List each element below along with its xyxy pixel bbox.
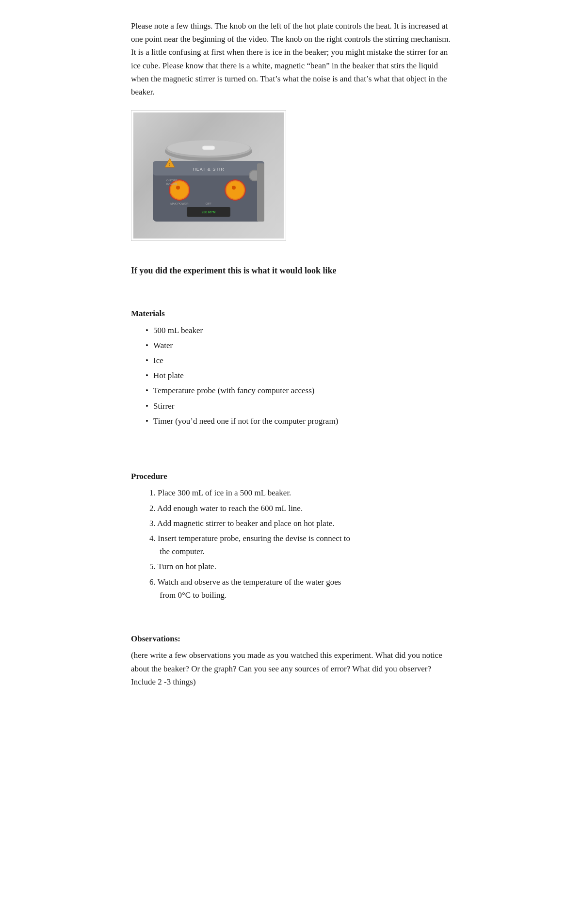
hot-plate-image-container: ! HEAT & STIR ON/OFF POWER MAX POWER OFF	[131, 110, 286, 241]
list-item: Timer (you’d need one if not for the com…	[146, 414, 451, 428]
hot-plate-svg: ! HEAT & STIR ON/OFF POWER MAX POWER OFF	[138, 115, 279, 236]
list-item: 1. Place 300 mL of ice in a 500 mL beake…	[146, 486, 451, 499]
list-item: Ice	[146, 354, 451, 367]
materials-heading: Materials	[131, 307, 451, 320]
svg-point-16	[232, 186, 236, 190]
svg-text:!: !	[169, 162, 171, 167]
svg-point-12	[176, 186, 180, 190]
observations-heading: Observations:	[131, 633, 451, 645]
list-item: 3. Add magnetic stirrer to beaker and pl…	[146, 517, 451, 530]
hot-plate-image: ! HEAT & STIR ON/OFF POWER MAX POWER OFF	[133, 112, 284, 239]
list-item: Stirrer	[146, 399, 451, 413]
intro-paragraph: Please note a few things. The knob on th…	[131, 19, 451, 98]
svg-text:ON/OFF: ON/OFF	[166, 179, 178, 182]
list-item: Temperature probe (with fancy computer a…	[146, 384, 451, 397]
svg-text:230 RPM: 230 RPM	[201, 210, 215, 214]
list-item: Hot plate	[146, 369, 451, 382]
list-item: 6. Watch and observe as the temperature …	[146, 575, 451, 602]
list-item: Water	[146, 339, 451, 352]
svg-point-15	[226, 181, 244, 199]
svg-rect-23	[257, 163, 264, 222]
svg-text:HEAT & STIR: HEAT & STIR	[193, 167, 225, 172]
svg-text:MAX POWER: MAX POWER	[170, 202, 189, 205]
page-container: Please note a few things. The knob on th…	[102, 0, 480, 708]
svg-rect-5	[202, 146, 215, 150]
list-item: 500 mL beaker	[146, 324, 451, 337]
svg-text:POWER: POWER	[166, 183, 178, 186]
list-item: 2. Add enough water to reach the 600 mL …	[146, 502, 451, 515]
svg-text:OFF: OFF	[206, 202, 211, 205]
procedure-heading: Procedure	[131, 470, 451, 483]
materials-list: 500 mL beaker Water Ice Hot plate Temper…	[131, 324, 451, 428]
experiment-heading: If you did the experiment this is what i…	[131, 264, 451, 277]
procedure-list: 1. Place 300 mL of ice in a 500 mL beake…	[131, 486, 451, 602]
observations-text: (here write a few observations you made …	[131, 649, 451, 688]
list-item: 5. Turn on hot plate.	[146, 560, 451, 573]
list-item: 4. Insert temperature probe, ensuring th…	[146, 532, 451, 558]
